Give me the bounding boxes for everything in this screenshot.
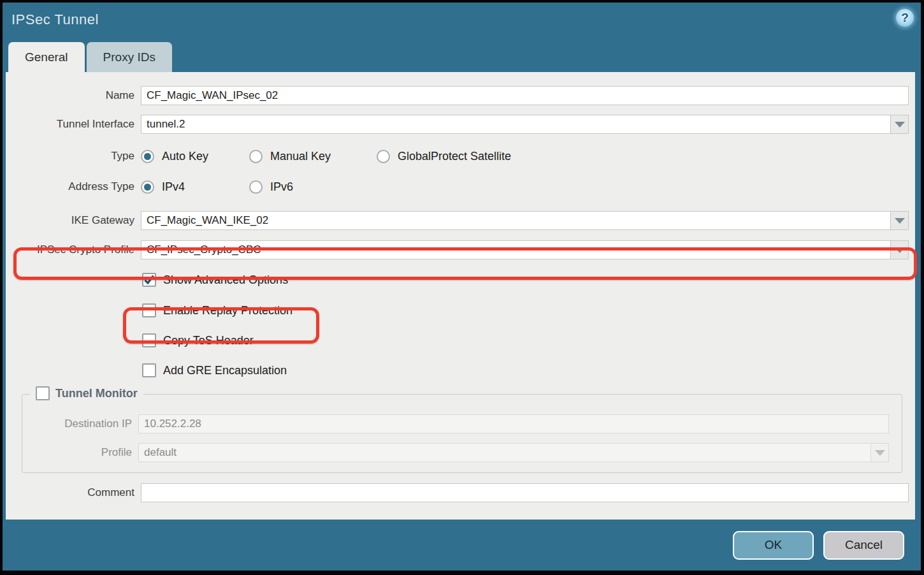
comment-label: Comment	[6, 486, 134, 499]
comment-row: Comment	[6, 483, 915, 502]
name-input[interactable]	[141, 86, 909, 105]
ipsec-crypto-profile-label: IPSec Crypto Profile	[6, 244, 134, 256]
radio-label: Manual Key	[270, 150, 331, 163]
tunnel-interface-input[interactable]	[141, 115, 890, 134]
radio-icon	[377, 150, 390, 163]
radio-icon	[141, 150, 154, 163]
radio-label: GlobalProtect Satellite	[398, 150, 511, 163]
name-row: Name	[6, 86, 915, 105]
radio-label: IPv4	[162, 180, 185, 194]
profile-dropdown-button	[870, 443, 889, 462]
profile-combo	[138, 443, 889, 462]
dialog-titlebar: IPSec Tunnel ?	[3, 3, 921, 42]
ike-gateway-dropdown-button[interactable]	[890, 211, 909, 230]
radio-icon	[249, 180, 263, 194]
profile-row: Profile	[22, 443, 902, 462]
ipsec-tunnel-dialog: IPSec Tunnel ? General Proxy IDs Name Tu…	[0, 0, 924, 575]
ipsec-crypto-profile-input[interactable]	[141, 240, 890, 259]
address-type-label: Address Type	[6, 180, 134, 193]
tunnel-interface-combo	[141, 115, 909, 134]
ipsec-crypto-profile-row: IPSec Crypto Profile	[6, 240, 915, 259]
add-gre-encapsulation-row[interactable]: Add GRE Encapsulation	[6, 363, 915, 378]
ipsec-crypto-profile-combo	[141, 240, 909, 259]
radio-label: IPv6	[270, 180, 293, 194]
ok-button[interactable]: OK	[733, 531, 814, 560]
show-advanced-options-row[interactable]: Show Advanced Options	[6, 272, 915, 288]
dialog-title: IPSec Tunnel	[11, 11, 99, 28]
chevron-down-icon	[895, 218, 905, 224]
chevron-down-icon	[875, 450, 885, 456]
radio-icon	[141, 180, 154, 194]
destination-ip-input	[138, 414, 889, 433]
cancel-button[interactable]: Cancel	[823, 531, 904, 560]
tunnel-interface-dropdown-button[interactable]	[890, 115, 909, 134]
radio-globalprotect-satellite[interactable]: GlobalProtect Satellite	[377, 150, 511, 163]
ike-gateway-combo	[141, 211, 909, 230]
name-label: Name	[6, 89, 134, 102]
checkmark-icon	[143, 274, 155, 286]
tab-proxy-ids[interactable]: Proxy IDs	[87, 42, 172, 72]
destination-ip-row: Destination IP	[22, 414, 902, 433]
enable-replay-protection-row[interactable]: Enable Replay Protection	[6, 303, 915, 318]
type-radio-group: Auto Key Manual Key GlobalProtect Satell…	[141, 150, 511, 163]
copy-tos-header-row[interactable]: Copy ToS Header	[6, 333, 915, 348]
tunnel-monitor-checkbox[interactable]	[36, 386, 50, 400]
comment-input[interactable]	[141, 483, 909, 502]
tunnel-interface-label: Tunnel Interface	[6, 118, 134, 131]
radio-auto-key[interactable]: Auto Key	[141, 150, 249, 163]
checkbox-label: Show Advanced Options	[163, 273, 288, 287]
enable-replay-protection-checkbox[interactable]	[142, 303, 156, 317]
help-icon[interactable]: ?	[896, 9, 914, 27]
dialog-footer: OK Cancel	[3, 520, 921, 571]
copy-tos-header-checkbox[interactable]	[142, 333, 156, 347]
tab-general[interactable]: General	[8, 42, 85, 72]
type-row: Type Auto Key Manual Key GlobalProtect S…	[6, 147, 915, 166]
radio-ipv6[interactable]: IPv6	[249, 180, 293, 194]
tunnel-interface-row: Tunnel Interface	[6, 115, 915, 134]
radio-manual-key[interactable]: Manual Key	[249, 150, 377, 163]
radio-label: Auto Key	[162, 150, 208, 163]
ipsec-form: Name Tunnel Interface Type	[6, 86, 915, 520]
profile-label: Profile	[22, 446, 132, 459]
tunnel-monitor-legend[interactable]: Tunnel Monitor	[30, 386, 143, 400]
chevron-down-icon	[895, 247, 905, 253]
show-advanced-options-checkbox[interactable]	[142, 273, 156, 287]
chevron-down-icon	[895, 122, 905, 127]
tunnel-monitor-label: Tunnel Monitor	[55, 387, 138, 400]
ike-gateway-row: IKE Gateway	[6, 211, 915, 230]
radio-ipv4[interactable]: IPv4	[141, 180, 249, 194]
tunnel-monitor-fieldset: Tunnel Monitor Destination IP Profile	[22, 394, 902, 473]
ike-gateway-label: IKE Gateway	[6, 214, 134, 227]
profile-input	[138, 443, 870, 462]
type-label: Type	[6, 150, 134, 163]
general-tab-panel: Name Tunnel Interface Type	[6, 72, 915, 520]
ike-gateway-input[interactable]	[141, 211, 890, 230]
radio-icon	[249, 150, 263, 163]
checkbox-label: Enable Replay Protection	[163, 304, 292, 317]
destination-ip-label: Destination IP	[22, 418, 132, 430]
address-type-radio-group: IPv4 IPv6	[141, 180, 293, 194]
tab-bar: General Proxy IDs	[8, 42, 172, 72]
checkbox-label: Copy ToS Header	[163, 334, 254, 347]
address-type-row: Address Type IPv4 IPv6	[6, 177, 915, 196]
ipsec-crypto-profile-dropdown-button[interactable]	[890, 240, 909, 259]
add-gre-encapsulation-checkbox[interactable]	[142, 363, 156, 377]
checkbox-label: Add GRE Encapsulation	[163, 364, 287, 377]
